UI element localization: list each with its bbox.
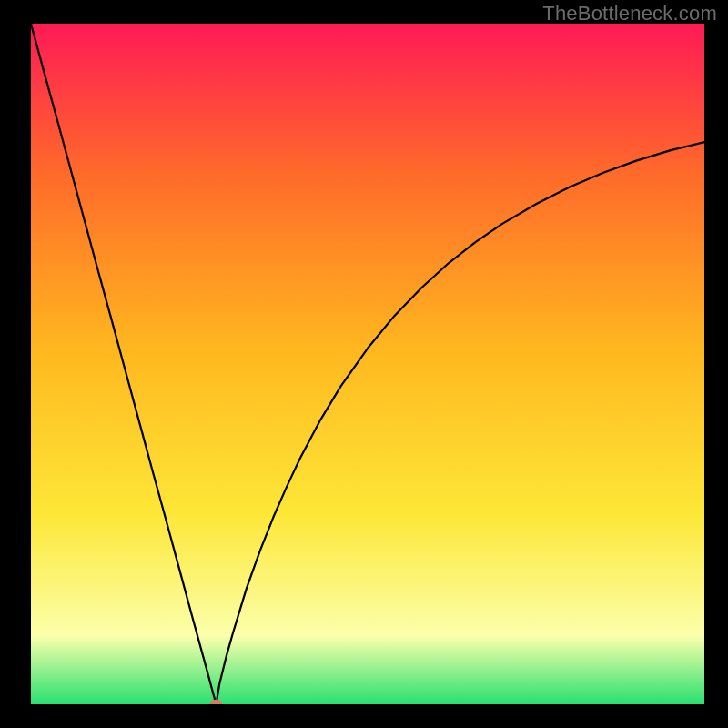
chart-frame: TheBottleneck.com [0, 0, 728, 728]
watermark-label: TheBottleneck.com [542, 2, 717, 25]
chart-svg [31, 24, 704, 704]
gradient-background [31, 24, 704, 704]
plot-area [31, 24, 704, 704]
